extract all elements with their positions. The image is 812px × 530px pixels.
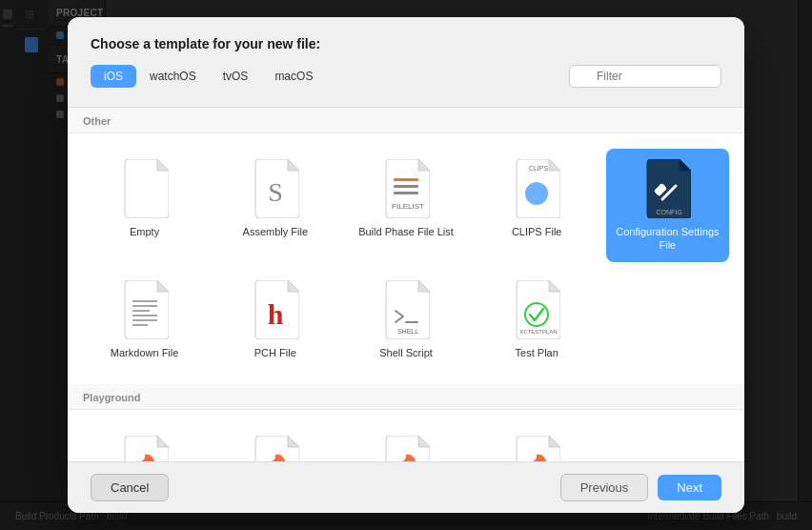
file-name-empty: Empty bbox=[130, 225, 159, 238]
cancel-button[interactable]: Cancel bbox=[91, 474, 169, 501]
file-item-clips[interactable]: CLIPS CLIPS File bbox=[476, 149, 599, 262]
dialog-overlay: Choose a template for your new file: iOS… bbox=[0, 0, 812, 530]
svg-text:FILELIST: FILELIST bbox=[392, 202, 424, 211]
file-item-markdown[interactable]: Markdown File bbox=[83, 270, 206, 369]
file-item-config[interactable]: CONFIG Configuration Settings File bbox=[606, 149, 729, 262]
file-item-testplan[interactable]: XCTESTPLAN Test Plan bbox=[476, 270, 599, 369]
file-name-pch: PCH File bbox=[254, 346, 296, 359]
file-item-build-phase[interactable]: FILELIST Build Phase File List bbox=[344, 149, 467, 262]
svg-rect-2 bbox=[394, 185, 418, 188]
tabs-row: iOS watchOS tvOS macOS ⌘ bbox=[91, 65, 721, 95]
file-item-pch[interactable]: h PCH File bbox=[213, 270, 336, 369]
svg-text:S: S bbox=[268, 177, 283, 207]
file-item-shell[interactable]: SHELL Shell Script bbox=[344, 270, 467, 369]
file-item-empty[interactable]: Empty bbox=[83, 149, 206, 262]
file-icon-blank bbox=[119, 435, 171, 462]
file-name-testplan: Test Plan bbox=[516, 346, 558, 359]
tab-watchos[interactable]: watchOS bbox=[136, 65, 210, 88]
file-item-map[interactable]: Map bbox=[344, 425, 467, 462]
file-item-blank[interactable]: Blank bbox=[83, 425, 206, 462]
file-icon-empty bbox=[119, 158, 171, 219]
svg-text:SHELL: SHELL bbox=[397, 328, 418, 335]
file-item-game[interactable]: Game bbox=[213, 425, 336, 462]
svg-rect-1 bbox=[394, 178, 418, 181]
file-icon-testplan: XCTESTPLAN bbox=[511, 279, 562, 340]
tab-tvos[interactable]: tvOS bbox=[210, 65, 262, 88]
file-item-assembly[interactable]: S Assembly File bbox=[213, 149, 336, 262]
section-other: Other bbox=[68, 108, 744, 133]
tab-ios[interactable]: iOS bbox=[91, 65, 136, 88]
tab-group: iOS watchOS tvOS macOS bbox=[91, 65, 326, 88]
file-icon-clips: CLIPS bbox=[511, 158, 562, 219]
svg-text:h: h bbox=[267, 298, 283, 330]
svg-text:CONFIG: CONFIG bbox=[657, 209, 682, 215]
dialog-title: Choose a template for your new file: bbox=[91, 36, 721, 51]
file-name-assembly: Assembly File bbox=[243, 225, 308, 238]
dialog-content: Other Empty bbox=[68, 107, 744, 462]
dialog-header: Choose a template for your new file: iOS… bbox=[68, 17, 744, 107]
file-icon-pch: h bbox=[250, 279, 301, 340]
file-icon-single-view bbox=[511, 435, 562, 462]
tab-macos[interactable]: macOS bbox=[261, 65, 326, 88]
filter-container: ⌘ bbox=[569, 65, 721, 88]
file-icon-map bbox=[380, 435, 432, 462]
dialog-footer: Cancel Previous Next bbox=[68, 462, 744, 513]
file-icon-markdown bbox=[119, 279, 171, 340]
file-icon-game bbox=[250, 435, 301, 462]
next-button[interactable]: Next bbox=[658, 475, 721, 500]
file-icon-build-phase: FILELIST bbox=[380, 158, 432, 219]
previous-button[interactable]: Previous bbox=[560, 474, 649, 501]
file-name-clips: CLIPS File bbox=[512, 225, 562, 238]
file-name-build-phase: Build Phase File List bbox=[358, 225, 454, 238]
file-grid-other: Empty S Assembly File bbox=[68, 133, 744, 384]
file-icon-shell: SHELL bbox=[380, 279, 432, 340]
new-file-dialog: Choose a template for your new file: iOS… bbox=[68, 17, 744, 513]
svg-text:XCTESTPLAN: XCTESTPLAN bbox=[520, 329, 558, 335]
file-name-markdown: Markdown File bbox=[111, 346, 179, 359]
file-item-single-view[interactable]: Single View bbox=[476, 425, 599, 462]
file-icon-config: CONFIG bbox=[641, 158, 693, 219]
svg-point-5 bbox=[525, 182, 548, 205]
file-name-config: Configuration Settings File bbox=[614, 225, 721, 253]
svg-rect-3 bbox=[394, 192, 418, 194]
section-playground: Playground bbox=[68, 384, 744, 410]
filter-input[interactable] bbox=[569, 65, 721, 88]
svg-text:CLIPS: CLIPS bbox=[529, 165, 549, 172]
file-name-shell: Shell Script bbox=[379, 346, 433, 359]
file-icon-assembly: S bbox=[250, 158, 301, 219]
file-grid-playground: Blank Game bbox=[68, 410, 744, 462]
